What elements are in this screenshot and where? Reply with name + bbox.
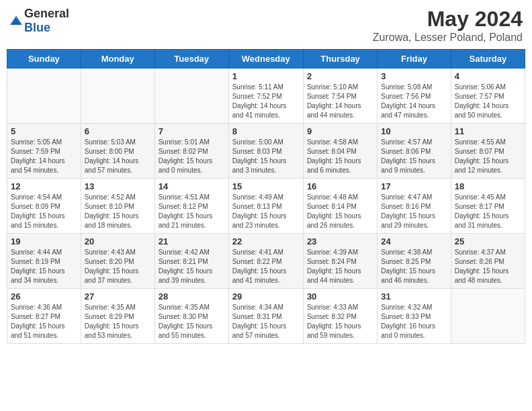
calendar-cell: 15Sunrise: 4:49 AM Sunset: 8:13 PM Dayli… (228, 179, 303, 234)
day-number: 13 (85, 181, 151, 191)
calendar-cell: 9Sunrise: 4:58 AM Sunset: 8:04 PM Daylig… (303, 124, 377, 179)
day-number: 22 (232, 236, 300, 246)
calendar-cell: 16Sunrise: 4:48 AM Sunset: 8:14 PM Dayli… (303, 179, 377, 234)
day-number: 28 (159, 291, 225, 302)
calendar-cell: 11Sunrise: 4:55 AM Sunset: 8:07 PM Dayli… (451, 124, 525, 179)
day-info: Sunrise: 4:54 AM Sunset: 8:09 PM Dayligh… (11, 193, 77, 230)
weekday-header-row: SundayMondayTuesdayWednesdayThursdayFrid… (7, 50, 525, 68)
weekday-header-sunday: Sunday (7, 50, 81, 68)
calendar-cell: 31Sunrise: 4:32 AM Sunset: 8:33 PM Dayli… (378, 289, 451, 344)
calendar-cell: 28Sunrise: 4:35 AM Sunset: 8:30 PM Dayli… (154, 289, 228, 344)
calendar-cell: 30Sunrise: 4:33 AM Sunset: 8:32 PM Dayli… (303, 289, 377, 344)
day-number: 21 (159, 236, 225, 246)
calendar-cell: 1Sunrise: 5:11 AM Sunset: 7:52 PM Daylig… (228, 68, 303, 124)
day-info: Sunrise: 4:34 AM Sunset: 8:31 PM Dayligh… (232, 303, 300, 340)
weekday-header-friday: Friday (378, 50, 451, 68)
day-info: Sunrise: 5:05 AM Sunset: 7:59 PM Dayligh… (11, 138, 77, 175)
calendar-cell: 24Sunrise: 4:38 AM Sunset: 8:25 PM Dayli… (378, 234, 451, 289)
calendar-cell: 13Sunrise: 4:52 AM Sunset: 8:10 PM Dayli… (81, 179, 154, 234)
day-number: 25 (455, 236, 521, 246)
weekday-header-thursday: Thursday (303, 50, 377, 68)
day-number: 2 (307, 71, 373, 81)
day-number: 9 (307, 126, 373, 136)
day-info: Sunrise: 4:45 AM Sunset: 8:17 PM Dayligh… (455, 193, 521, 230)
day-info: Sunrise: 5:06 AM Sunset: 7:57 PM Dayligh… (455, 83, 521, 120)
day-number: 23 (307, 236, 373, 246)
location-subtitle: Zurowa, Lesser Poland, Poland (373, 32, 523, 44)
calendar-table: SundayMondayTuesdayWednesdayThursdayFrid… (7, 49, 525, 344)
day-info: Sunrise: 4:42 AM Sunset: 8:21 PM Dayligh… (159, 248, 225, 285)
day-info: Sunrise: 4:57 AM Sunset: 8:06 PM Dayligh… (381, 138, 447, 175)
calendar-cell: 23Sunrise: 4:39 AM Sunset: 8:24 PM Dayli… (303, 234, 377, 289)
calendar-cell (451, 289, 525, 344)
day-info: Sunrise: 4:55 AM Sunset: 8:07 PM Dayligh… (455, 138, 521, 175)
day-number: 6 (85, 126, 151, 136)
day-number: 20 (85, 236, 151, 246)
day-info: Sunrise: 4:44 AM Sunset: 8:19 PM Dayligh… (11, 248, 77, 285)
calendar-week-2: 5Sunrise: 5:05 AM Sunset: 7:59 PM Daylig… (7, 124, 525, 179)
calendar-cell (154, 68, 228, 124)
weekday-header-tuesday: Tuesday (154, 50, 228, 68)
calendar-cell: 3Sunrise: 5:08 AM Sunset: 7:56 PM Daylig… (378, 68, 451, 124)
logo-general-text: General (24, 7, 69, 20)
day-info: Sunrise: 5:10 AM Sunset: 7:54 PM Dayligh… (307, 83, 373, 120)
calendar-cell: 29Sunrise: 4:34 AM Sunset: 8:31 PM Dayli… (228, 289, 303, 344)
day-number: 10 (381, 126, 447, 136)
calendar-cell: 10Sunrise: 4:57 AM Sunset: 8:06 PM Dayli… (378, 124, 451, 179)
calendar-cell: 4Sunrise: 5:06 AM Sunset: 7:57 PM Daylig… (451, 68, 525, 124)
day-info: Sunrise: 4:36 AM Sunset: 8:27 PM Dayligh… (11, 303, 77, 340)
day-info: Sunrise: 4:32 AM Sunset: 8:33 PM Dayligh… (381, 303, 447, 340)
calendar-week-3: 12Sunrise: 4:54 AM Sunset: 8:09 PM Dayli… (7, 179, 525, 234)
calendar-cell: 19Sunrise: 4:44 AM Sunset: 8:19 PM Dayli… (7, 234, 81, 289)
calendar-cell: 21Sunrise: 4:42 AM Sunset: 8:21 PM Dayli… (154, 234, 228, 289)
day-info: Sunrise: 4:49 AM Sunset: 8:13 PM Dayligh… (232, 193, 300, 230)
calendar-cell: 22Sunrise: 4:41 AM Sunset: 8:22 PM Dayli… (228, 234, 303, 289)
calendar-cell (81, 68, 154, 124)
day-info: Sunrise: 4:37 AM Sunset: 8:26 PM Dayligh… (455, 248, 521, 285)
day-number: 17 (381, 181, 447, 191)
calendar-week-4: 19Sunrise: 4:44 AM Sunset: 8:19 PM Dayli… (7, 234, 525, 289)
logo-blue-text: Blue (24, 21, 50, 34)
day-number: 31 (381, 291, 447, 302)
day-info: Sunrise: 4:33 AM Sunset: 8:32 PM Dayligh… (307, 303, 373, 340)
day-number: 19 (11, 236, 77, 246)
day-info: Sunrise: 4:38 AM Sunset: 8:25 PM Dayligh… (381, 248, 447, 285)
calendar-week-1: 1Sunrise: 5:11 AM Sunset: 7:52 PM Daylig… (7, 68, 525, 124)
calendar-cell: 26Sunrise: 4:36 AM Sunset: 8:27 PM Dayli… (7, 289, 81, 344)
day-info: Sunrise: 5:08 AM Sunset: 7:56 PM Dayligh… (381, 83, 447, 120)
day-info: Sunrise: 4:43 AM Sunset: 8:20 PM Dayligh… (85, 248, 151, 285)
day-number: 11 (455, 126, 521, 136)
day-number: 27 (85, 291, 151, 302)
day-info: Sunrise: 4:48 AM Sunset: 8:14 PM Dayligh… (307, 193, 373, 230)
day-info: Sunrise: 4:58 AM Sunset: 8:04 PM Dayligh… (307, 138, 373, 175)
logo-icon (9, 14, 23, 28)
calendar-cell: 25Sunrise: 4:37 AM Sunset: 8:26 PM Dayli… (451, 234, 525, 289)
day-info: Sunrise: 5:03 AM Sunset: 8:00 PM Dayligh… (85, 138, 151, 175)
day-number: 26 (11, 291, 77, 302)
day-number: 30 (307, 291, 373, 302)
weekday-header-saturday: Saturday (451, 50, 525, 68)
month-title: May 2024 (373, 7, 523, 32)
weekday-header-monday: Monday (81, 50, 154, 68)
day-number: 8 (232, 126, 300, 136)
calendar-cell: 20Sunrise: 4:43 AM Sunset: 8:20 PM Dayli… (81, 234, 154, 289)
day-info: Sunrise: 5:01 AM Sunset: 8:02 PM Dayligh… (159, 138, 225, 175)
day-info: Sunrise: 4:51 AM Sunset: 8:12 PM Dayligh… (159, 193, 225, 230)
calendar-cell: 6Sunrise: 5:03 AM Sunset: 8:00 PM Daylig… (81, 124, 154, 179)
calendar-cell: 8Sunrise: 5:00 AM Sunset: 8:03 PM Daylig… (228, 124, 303, 179)
day-number: 1 (232, 71, 300, 81)
day-number: 14 (159, 181, 225, 191)
day-info: Sunrise: 4:52 AM Sunset: 8:10 PM Dayligh… (85, 193, 151, 230)
day-number: 24 (381, 236, 447, 246)
calendar-cell: 14Sunrise: 4:51 AM Sunset: 8:12 PM Dayli… (154, 179, 228, 234)
calendar-cell: 18Sunrise: 4:45 AM Sunset: 8:17 PM Dayli… (451, 179, 525, 234)
day-number: 16 (307, 181, 373, 191)
calendar-week-5: 26Sunrise: 4:36 AM Sunset: 8:27 PM Dayli… (7, 289, 525, 344)
logo: General Blue (9, 7, 69, 35)
calendar-cell: 2Sunrise: 5:10 AM Sunset: 7:54 PM Daylig… (303, 68, 377, 124)
calendar-cell: 12Sunrise: 4:54 AM Sunset: 8:09 PM Dayli… (7, 179, 81, 234)
calendar-cell: 7Sunrise: 5:01 AM Sunset: 8:02 PM Daylig… (154, 124, 228, 179)
day-number: 18 (455, 181, 521, 191)
calendar-cell (7, 68, 81, 124)
day-info: Sunrise: 4:35 AM Sunset: 8:29 PM Dayligh… (85, 303, 151, 340)
